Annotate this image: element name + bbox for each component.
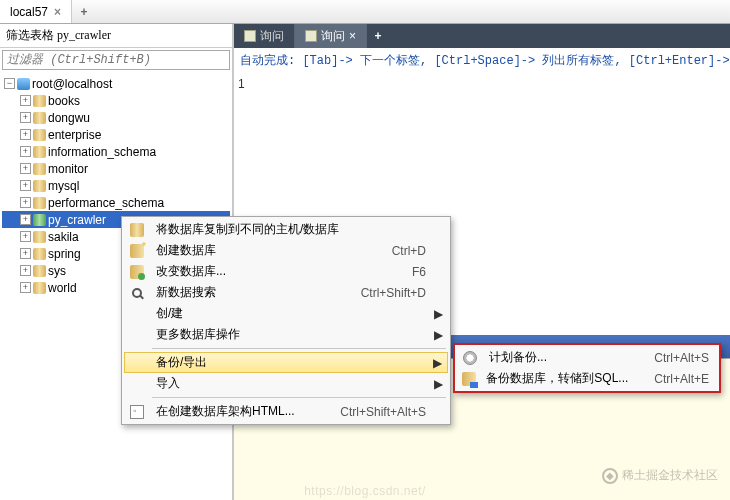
menu-create-submenu[interactable]: 创/建▶ — [124, 303, 448, 324]
menu-label: 改变数据库... — [150, 263, 392, 280]
db-label: books — [48, 94, 80, 108]
database-icon — [33, 180, 46, 192]
db-label: spring — [48, 247, 81, 261]
expand-icon[interactable]: + — [20, 180, 31, 191]
expand-icon[interactable]: + — [20, 282, 31, 293]
db-label: enterprise — [48, 128, 101, 142]
context-submenu-backup: 计划备份...Ctrl+Alt+S 备份数据库，转储到SQL...Ctrl+Al… — [453, 343, 721, 393]
filter-input[interactable] — [2, 50, 230, 70]
new-query-button[interactable]: + — [367, 24, 389, 48]
chevron-right-icon: ▶ — [434, 328, 448, 342]
expand-icon[interactable]: + — [20, 95, 31, 106]
menu-copy-database[interactable]: 将数据库复制到不同的主机/数据库 — [124, 219, 448, 240]
search-icon — [132, 288, 142, 298]
menu-label: 创/建 — [150, 305, 406, 322]
watermark-text: 稀土掘金技术社区 — [622, 467, 718, 484]
watermark: ◆ 稀土掘金技术社区 — [602, 467, 718, 484]
tree-root[interactable]: − root@localhost — [2, 75, 230, 92]
menu-label: 备份/导出 — [150, 354, 405, 371]
db-label: sys — [48, 264, 66, 278]
database-icon — [33, 146, 46, 158]
database-icon — [33, 163, 46, 175]
tree-db-information-schema[interactable]: +information_schema — [2, 143, 230, 160]
app-tab-local57[interactable]: local57 × — [0, 0, 72, 23]
menu-alter-database[interactable]: 改变数据库...F6 — [124, 261, 448, 282]
db-label: monitor — [48, 162, 88, 176]
collapse-icon[interactable]: − — [4, 78, 15, 89]
tree-db-dongwu[interactable]: +dongwu — [2, 109, 230, 126]
new-tab-button[interactable]: + — [72, 0, 96, 23]
expand-icon[interactable]: + — [20, 214, 31, 225]
menu-import[interactable]: 导入▶ — [124, 373, 448, 394]
menu-shortcut: Ctrl+Shift+Alt+S — [320, 405, 434, 419]
menu-scheduled-backup[interactable]: 计划备份...Ctrl+Alt+S — [457, 347, 717, 368]
database-icon — [33, 95, 46, 107]
query-tab-1[interactable]: 询问 — [234, 24, 295, 48]
query-tab-bar: 询问 询问× + — [234, 24, 730, 48]
menu-dump-to-sql[interactable]: 备份数据库，转储到SQL...Ctrl+Alt+E — [457, 368, 717, 389]
tree-root-label: root@localhost — [32, 77, 112, 91]
db-label: py_crawler — [48, 213, 106, 227]
query-tab-label: 询问 — [260, 28, 284, 45]
sql-icon — [244, 30, 256, 42]
expand-icon[interactable]: + — [20, 265, 31, 276]
html-icon — [130, 405, 144, 419]
chevron-right-icon: ▶ — [434, 307, 448, 321]
menu-separator — [152, 397, 446, 398]
db-label: dongwu — [48, 111, 90, 125]
chevron-right-icon: ▶ — [434, 377, 448, 391]
tree-db-performance-schema[interactable]: +performance_schema — [2, 194, 230, 211]
expand-icon[interactable]: + — [20, 163, 31, 174]
menu-shortcut: Ctrl+D — [372, 244, 434, 258]
chevron-right-icon: ▶ — [433, 356, 447, 370]
db-label: mysql — [48, 179, 79, 193]
query-tab-label: 询问 — [321, 28, 345, 45]
menu-label: 导入 — [150, 375, 406, 392]
database-icon — [33, 129, 46, 141]
menu-label: 新数据搜索 — [150, 284, 341, 301]
autocomplete-hint: 自动完成: [Tab]-> 下一个标签, [Ctrl+Space]-> 列出所有… — [234, 48, 730, 73]
expand-icon[interactable]: + — [20, 112, 31, 123]
database-icon — [33, 197, 46, 209]
expand-icon[interactable]: + — [20, 231, 31, 242]
menu-label: 创建数据库 — [150, 242, 372, 259]
menu-shortcut: Ctrl+Alt+S — [634, 351, 717, 365]
context-menu-database: 将数据库复制到不同的主机/数据库 创建数据库Ctrl+D 改变数据库...F6 … — [121, 216, 451, 425]
query-tab-2[interactable]: 询问× — [295, 24, 367, 48]
menu-shortcut: Ctrl+Alt+E — [634, 372, 717, 386]
copy-db-icon — [130, 223, 144, 237]
tree-db-books[interactable]: +books — [2, 92, 230, 109]
filter-header: 筛选表格 py_crawler — [0, 24, 232, 48]
menu-label: 更多数据库操作 — [150, 326, 406, 343]
db-label: information_schema — [48, 145, 156, 159]
menu-label: 备份数据库，转储到SQL... — [480, 370, 634, 387]
database-icon — [33, 282, 46, 294]
backup-icon — [462, 372, 476, 386]
menu-search-data[interactable]: 新数据搜索Ctrl+Shift+D — [124, 282, 448, 303]
tree-db-mysql[interactable]: +mysql — [2, 177, 230, 194]
line-number: 1 — [238, 77, 245, 91]
database-icon — [33, 248, 46, 260]
menu-label: 在创建数据库架构HTML... — [150, 403, 320, 420]
expand-icon[interactable]: + — [20, 129, 31, 140]
menu-backup-export[interactable]: 备份/导出▶ — [124, 352, 448, 373]
menu-shortcut: F6 — [392, 265, 434, 279]
expand-icon[interactable]: + — [20, 248, 31, 259]
menu-label: 将数据库复制到不同的主机/数据库 — [150, 221, 406, 238]
menu-create-database[interactable]: 创建数据库Ctrl+D — [124, 240, 448, 261]
close-icon[interactable]: × — [54, 5, 61, 19]
expand-icon[interactable]: + — [20, 146, 31, 157]
menu-more-ops[interactable]: 更多数据库操作▶ — [124, 324, 448, 345]
expand-icon[interactable]: + — [20, 197, 31, 208]
database-icon — [33, 112, 46, 124]
database-icon — [33, 231, 46, 243]
db-label: sakila — [48, 230, 79, 244]
tree-db-monitor[interactable]: +monitor — [2, 160, 230, 177]
source-url: https://blog.csdn.net/ — [304, 484, 426, 498]
menu-build-html[interactable]: 在创建数据库架构HTML...Ctrl+Shift+Alt+S — [124, 401, 448, 422]
close-icon[interactable]: × — [349, 29, 356, 43]
tree-db-enterprise[interactable]: +enterprise — [2, 126, 230, 143]
alter-db-icon — [130, 265, 144, 279]
db-label: world — [48, 281, 77, 295]
clock-icon — [463, 351, 477, 365]
